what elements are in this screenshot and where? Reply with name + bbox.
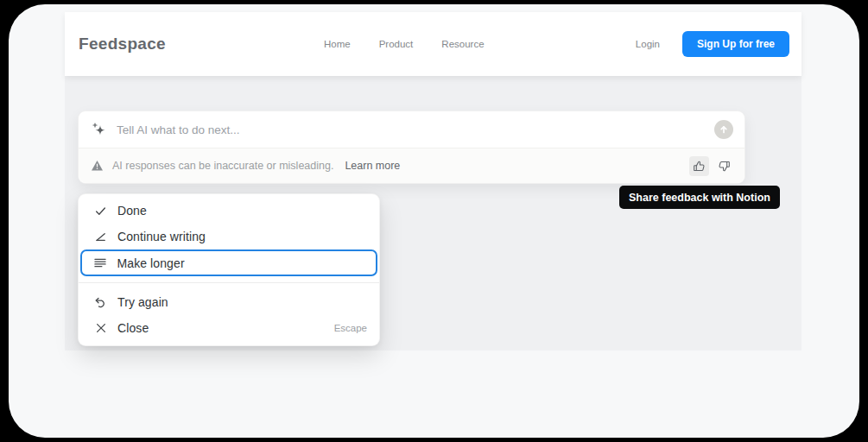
nav-item-product[interactable]: Product — [379, 39, 414, 49]
menu-item-continue-writing[interactable]: Continue writing — [79, 224, 379, 249]
pen-writing-icon — [93, 230, 108, 243]
notion-feedback-tooltip: Share feedback with Notion — [619, 186, 780, 209]
thumbs-down-icon — [718, 160, 731, 173]
nav-item-home[interactable]: Home — [324, 39, 351, 49]
menu-item-try-again[interactable]: Try again — [79, 289, 379, 315]
ai-input-row — [79, 111, 744, 148]
main-nav: Home Product Resource — [324, 12, 485, 76]
thumbs-up-icon — [693, 160, 706, 173]
site-header: Feedspace Home Product Resource Login Si… — [65, 12, 801, 76]
submit-arrow-button[interactable] — [714, 120, 733, 139]
undo-retry-icon — [93, 295, 108, 309]
thumbs-up-button[interactable] — [689, 156, 709, 176]
menu-item-make-longer[interactable]: Make longer — [80, 249, 377, 276]
browser-viewport: Feedspace Home Product Resource Login Si… — [9, 4, 859, 438]
feedspace-logo[interactable]: Feedspace — [79, 35, 166, 54]
escape-shortcut-hint: Escape — [334, 323, 367, 333]
learn-more-link[interactable]: Learn more — [345, 160, 400, 172]
menu-divider — [79, 276, 379, 289]
feedback-buttons — [689, 156, 734, 176]
menu-item-done[interactable]: Done — [79, 198, 379, 224]
menu-item-close[interactable]: Close Escape — [79, 315, 379, 341]
screenshot-frame: Feedspace Home Product Resource Login Si… — [0, 0, 868, 442]
signup-button[interactable]: Sign Up for free — [682, 31, 789, 57]
ai-options-menu: Done Continue writing — [78, 193, 380, 346]
ai-disclaimer-text: AI responses can be inaccurate or mislea… — [112, 160, 333, 172]
warning-triangle-icon — [91, 160, 104, 172]
arrow-up-icon — [718, 123, 730, 136]
close-icon — [93, 321, 108, 335]
header-right-group: Login Sign Up for free — [636, 31, 789, 57]
ai-sparkle-icon — [91, 121, 108, 138]
nav-item-resource[interactable]: Resource — [441, 39, 484, 49]
text-lines-icon — [93, 256, 108, 270]
thumbs-down-button[interactable] — [714, 156, 734, 176]
ai-disclaimer-bar: AI responses can be inaccurate or mislea… — [79, 148, 744, 183]
ai-prompt-card: AI responses can be inaccurate or mislea… — [78, 110, 745, 184]
ai-command-input[interactable] — [117, 123, 714, 136]
check-icon — [93, 204, 108, 218]
login-link[interactable]: Login — [636, 39, 660, 49]
